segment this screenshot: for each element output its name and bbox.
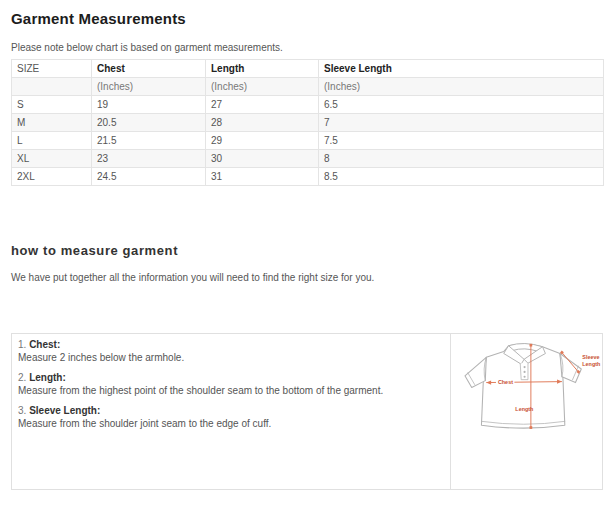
table-cell: 7.5 — [319, 132, 604, 150]
col-header-sleeve-length: Sleeve Length — [319, 60, 604, 78]
table-cell: 20.5 — [92, 114, 206, 132]
col-header-size: SIZE — [12, 60, 92, 78]
table-cell: S — [12, 96, 92, 114]
table-cell: 27 — [206, 96, 319, 114]
chart-note: Please note below chart is based on garm… — [11, 42, 603, 53]
shirt-outline — [464, 344, 580, 428]
table-cell: (Inches) — [206, 78, 319, 96]
table-row: M 20.5 28 7 — [12, 114, 604, 132]
measure-section-description: We have put together all the information… — [11, 272, 603, 283]
measure-step-length: 2. Length: Measure from the highest poin… — [18, 371, 442, 397]
table-cell: 28 — [206, 114, 319, 132]
table-cell: 24.5 — [92, 168, 206, 186]
table-header-row: SIZE Chest Length Sleeve Length — [12, 60, 604, 78]
table-cell: 8.5 — [319, 168, 604, 186]
page-title: Garment Measurements — [11, 10, 603, 27]
measure-step-sleeve-length: 3. Sleeve Length: Measure from the shoul… — [18, 404, 442, 430]
step-label: Length: — [29, 372, 66, 383]
table-row: 2XL 24.5 31 8.5 — [12, 168, 604, 186]
table-cell: L — [12, 132, 92, 150]
measure-step-chest: 1. Chest: Measure 2 inches below the arm… — [18, 338, 442, 364]
measure-instructions-box: 1. Chest: Measure 2 inches below the arm… — [11, 333, 603, 490]
step-number: 2. — [18, 372, 26, 383]
table-row: L 21.5 29 7.5 — [12, 132, 604, 150]
table-cell: (Inches) — [92, 78, 206, 96]
table-cell: 7 — [319, 114, 604, 132]
length-label: Length — [515, 406, 533, 412]
size-guide-page: Garment Measurements Please note below c… — [0, 0, 616, 490]
table-cell: 30 — [206, 150, 319, 168]
step-number: 1. — [18, 339, 26, 350]
table-cell: M — [12, 114, 92, 132]
step-text: Measure from the shoulder joint seam to … — [18, 417, 442, 430]
table-cell: 6.5 — [319, 96, 604, 114]
step-label: Sleeve Length: — [29, 405, 100, 416]
step-number: 3. — [18, 405, 26, 416]
table-row: S 19 27 6.5 — [12, 96, 604, 114]
table-cell: 19 — [92, 96, 206, 114]
polo-shirt-measurement-diagram: Chest Length Sleeve Length — [453, 337, 601, 433]
table-cell: 29 — [206, 132, 319, 150]
shirt-placket — [520, 363, 528, 379]
table-cell: 2XL — [12, 168, 92, 186]
table-row: XL 23 30 8 — [12, 150, 604, 168]
table-cell: XL — [12, 150, 92, 168]
table-cell — [12, 78, 92, 96]
step-label: Chest: — [29, 339, 60, 350]
step-text: Measure from the highest point of the sh… — [18, 384, 442, 397]
sleeve-length-label-line1: Sleeve — [582, 354, 599, 360]
shirt-diagram-panel: Chest Length Sleeve Length — [450, 334, 602, 489]
table-cell: 23 — [92, 150, 206, 168]
col-header-length: Length — [206, 60, 319, 78]
table-cell: (Inches) — [319, 78, 604, 96]
size-chart-table: SIZE Chest Length Sleeve Length (Inches)… — [11, 59, 604, 186]
table-cell: 8 — [319, 150, 604, 168]
chest-label: Chest — [497, 379, 512, 385]
table-units-row: (Inches) (Inches) (Inches) — [12, 78, 604, 96]
measure-steps: 1. Chest: Measure 2 inches below the arm… — [12, 334, 450, 489]
table-cell: 21.5 — [92, 132, 206, 150]
sleeve-length-label-line2: Length — [582, 361, 600, 367]
col-header-chest: Chest — [92, 60, 206, 78]
table-cell: 31 — [206, 168, 319, 186]
step-text: Measure 2 inches below the armhole. — [18, 351, 442, 364]
measure-section-heading: how to measure garment — [11, 243, 603, 258]
